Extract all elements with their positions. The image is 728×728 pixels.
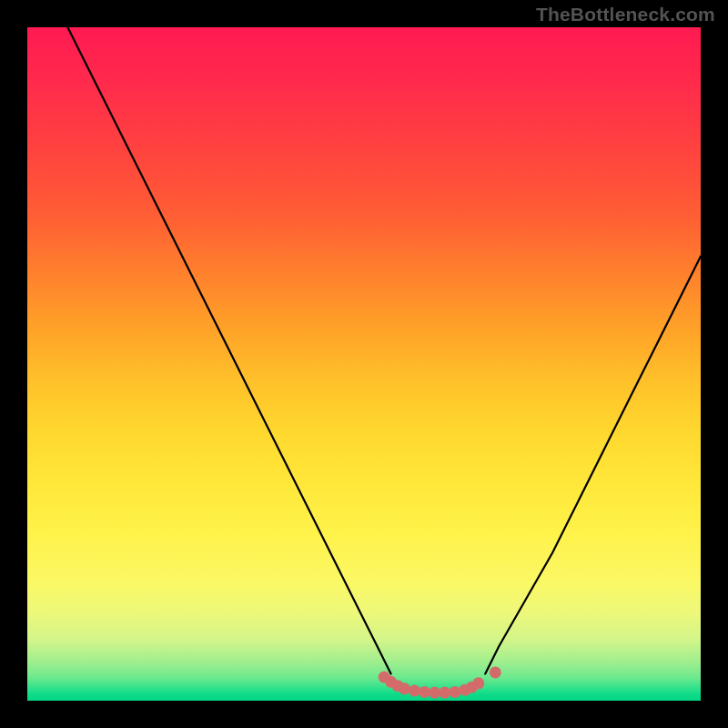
marker-dot [472,677,484,689]
marker-dot [409,684,420,696]
marker-dot [439,687,450,699]
curves-svg [27,27,701,701]
plot-area [27,27,701,701]
curve-right-branch [485,257,701,674]
marker-dot [419,686,430,698]
marker-dot [429,687,440,699]
curve-left-branch [67,27,390,673]
marker-dot [399,682,410,694]
watermark-text: TheBottleneck.com [536,4,715,25]
chart-frame: TheBottleneck.com [0,0,728,728]
marker-dot [449,686,460,698]
marker-dots-group [379,666,501,698]
marker-dot [490,666,501,678]
